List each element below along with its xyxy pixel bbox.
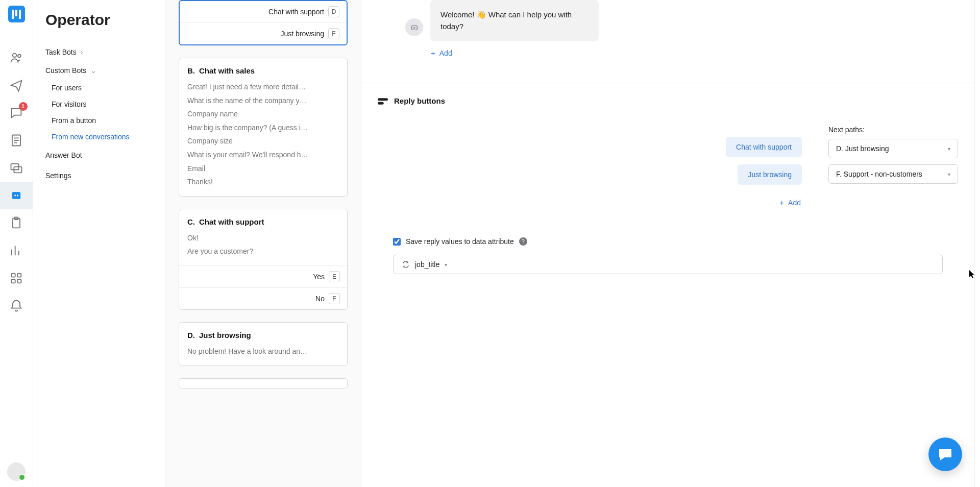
path-tag: D: [328, 6, 339, 17]
chevron-down-icon: ⌄: [90, 66, 96, 75]
path-letter: D.: [187, 331, 195, 339]
attribute-dropdown[interactable]: job_title▾: [393, 255, 943, 274]
nav-for-users[interactable]: For users: [33, 80, 165, 96]
send-icon[interactable]: [0, 71, 33, 99]
nav-custom-bots[interactable]: Custom Bots⌄: [33, 61, 165, 80]
svg-rect-0: [12, 10, 14, 19]
path-letter: C.: [187, 217, 195, 226]
caret-down-icon: ▾: [948, 146, 950, 152]
add-message-button[interactable]: +Add: [430, 45, 453, 60]
nav-from-new-convos[interactable]: From new conversations: [33, 129, 165, 145]
save-reply-label: Save reply values to data attribute: [406, 237, 514, 246]
save-reply-checkbox[interactable]: [393, 238, 401, 246]
apps-icon[interactable]: [0, 264, 33, 292]
path-row[interactable]: Chat with supportD: [180, 1, 347, 22]
svg-point-10: [17, 195, 18, 197]
path-row[interactable]: YesE: [179, 266, 347, 287]
svg-rect-18: [378, 98, 388, 101]
scrollbar[interactable]: [974, 0, 980, 487]
operator-icon[interactable]: [0, 182, 33, 209]
alerts-icon[interactable]: [0, 292, 33, 320]
path-title: Chat with support: [199, 217, 264, 226]
path-title: Chat with sales: [199, 66, 255, 75]
nav-settings[interactable]: Settings: [33, 165, 165, 186]
next-path-dropdown-1[interactable]: D. Just browsing▾: [828, 139, 958, 158]
nav-from-button[interactable]: From a button: [33, 112, 165, 129]
messenger-fab[interactable]: [928, 437, 962, 471]
messages-icon[interactable]: [0, 154, 33, 182]
help-icon[interactable]: ?: [519, 237, 527, 246]
svg-rect-13: [12, 274, 15, 277]
next-paths-label: Next paths:: [828, 126, 958, 134]
caret-down-icon: ▾: [445, 262, 447, 267]
path-letter: B.: [187, 66, 195, 75]
path-body: Ok!Are you a customer?: [179, 231, 347, 265]
svg-rect-16: [17, 279, 21, 283]
plus-icon: +: [431, 48, 435, 57]
add-reply-button[interactable]: +Add: [778, 195, 802, 210]
svg-point-4: [18, 55, 21, 58]
app-logo[interactable]: [8, 6, 25, 22]
svg-rect-14: [17, 274, 21, 277]
svg-rect-15: [12, 279, 15, 283]
next-path-dropdown-2[interactable]: F. Support - non-customers▾: [828, 164, 958, 184]
chat-badge: 1: [19, 102, 28, 111]
path-row[interactable]: Just browsingF: [180, 22, 347, 44]
path-tag: E: [329, 271, 340, 282]
reply-buttons-header: Reply buttons: [378, 96, 958, 105]
nav-task-bots[interactable]: Task Bots›: [33, 43, 165, 61]
caret-down-icon: ▾: [948, 172, 950, 177]
svg-rect-2: [19, 10, 21, 19]
svg-rect-8: [12, 192, 20, 199]
path-row[interactable]: NoF: [179, 287, 347, 309]
section-divider: [361, 83, 974, 83]
sync-icon: [402, 260, 410, 269]
path-card-active[interactable]: Chat with supportD Just browsingF: [179, 0, 348, 45]
nav-for-visitors[interactable]: For visitors: [33, 96, 165, 112]
page-title: Operator: [33, 11, 165, 43]
path-tag: F: [328, 28, 339, 39]
path-card-c[interactable]: C.Chat with support Ok!Are you a custome…: [179, 209, 348, 310]
contacts-icon[interactable]: [0, 44, 33, 71]
path-body: Great! I just need a few more detail…Wha…: [179, 80, 347, 196]
path-title: Just browsing: [199, 331, 251, 339]
mouse-cursor: [969, 270, 974, 279]
reply-chip-support[interactable]: Chat with support: [726, 137, 802, 157]
path-card-b[interactable]: B.Chat with sales Great! I just need a f…: [179, 58, 348, 197]
svg-rect-19: [378, 102, 384, 104]
svg-rect-1: [15, 10, 17, 16]
path-card-d[interactable]: D.Just browsing No problem! Have a look …: [179, 322, 348, 366]
reply-chip-browsing[interactable]: Just browsing: [738, 164, 802, 185]
path-tag: F: [329, 293, 340, 304]
svg-point-3: [13, 54, 16, 57]
welcome-message[interactable]: Welcome! 👋 What can I help you with toda…: [430, 0, 599, 41]
reply-icon: [378, 97, 388, 105]
chevron-right-icon: ›: [81, 48, 83, 56]
user-avatar[interactable]: [7, 462, 26, 481]
bot-avatar-icon: [405, 18, 423, 36]
path-body: No problem! Have a look around an…: [179, 345, 347, 366]
plus-icon: +: [779, 198, 784, 207]
chat-icon[interactable]: 1: [0, 99, 33, 127]
docs-icon[interactable]: [0, 127, 33, 154]
reports-icon[interactable]: [0, 237, 33, 264]
path-card-next[interactable]: [179, 378, 348, 388]
nav-answer-bot[interactable]: Answer Bot: [33, 145, 165, 165]
clipboard-icon[interactable]: [0, 209, 33, 237]
svg-point-9: [14, 195, 16, 197]
